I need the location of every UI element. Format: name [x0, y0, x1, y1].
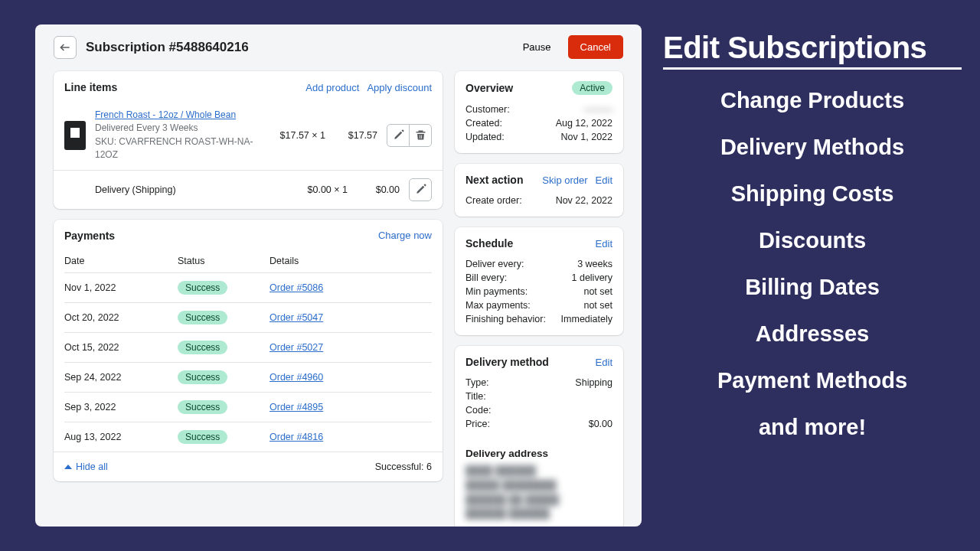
order-link[interactable]: Order #5047: [270, 312, 323, 323]
status-badge: Success: [178, 370, 227, 384]
total-price: $17.57: [335, 130, 377, 141]
content-columns: Line items Add product Apply discount Fr…: [35, 65, 642, 527]
marketing-sidebar: Edit Subscriptions Change ProductsDelive…: [642, 0, 980, 551]
charge-now-link[interactable]: Charge now: [378, 230, 432, 241]
payments-summary: Successful: 6: [108, 461, 432, 472]
arrow-left-icon: [59, 41, 71, 54]
sidebar-title: Edit Subscriptions: [663, 31, 962, 70]
product-name-link[interactable]: French Roast - 12oz / Whole Bean: [95, 109, 271, 122]
col-details: Details: [270, 256, 432, 266]
delete-line-item-button[interactable]: [409, 124, 432, 147]
delivery-method-card: Delivery method Edit Type:Shipping Title…: [455, 346, 623, 527]
edit-line-item-button[interactable]: [387, 124, 410, 147]
delivery-label: Delivery (Shipping): [95, 184, 296, 195]
page-header: Subscription #5488640216 Pause Cancel: [35, 24, 642, 65]
page-title: Subscription #5488640216: [86, 40, 506, 55]
line-items-heading: Line items: [64, 81, 298, 93]
unit-price: $17.57 × 1: [280, 130, 325, 141]
created-label: Created:: [466, 118, 502, 129]
status-badge: Active: [572, 81, 612, 95]
delivery-address-blurred: ████ ███████████ ██████████████ ██ █████…: [455, 464, 623, 527]
updated-value: Nov 1, 2022: [561, 132, 612, 142]
status-badge: Success: [178, 341, 227, 354]
pause-button[interactable]: Pause: [515, 35, 559, 59]
line-item-row: French Roast - 12oz / Whole Bean Deliver…: [54, 101, 443, 170]
payments-table-head: Date Status Details: [64, 249, 432, 272]
edit-schedule-link[interactable]: Edit: [596, 238, 612, 249]
hide-all-toggle[interactable]: Hide all: [64, 461, 108, 472]
subscription-editor: Subscription #5488640216 Pause Cancel Li…: [35, 24, 642, 527]
edit-next-action-link[interactable]: Edit: [596, 174, 612, 186]
status-badge: Success: [178, 311, 227, 324]
back-button[interactable]: [54, 36, 77, 59]
apply-discount-link[interactable]: Apply discount: [367, 82, 432, 93]
add-product-link[interactable]: Add product: [305, 82, 359, 93]
table-row: Sep 24, 2022SuccessOrder #4960: [64, 362, 432, 392]
customer-value[interactable]: ———: [584, 104, 613, 115]
delivery-address-heading: Delivery address: [455, 440, 623, 464]
sidebar-feature-text: Billing Dates: [663, 275, 962, 300]
edit-delivery-button[interactable]: [409, 178, 432, 201]
col-date: Date: [64, 256, 178, 266]
payment-date: Oct 15, 2022: [64, 342, 178, 353]
next-action-heading: Next action: [466, 174, 534, 186]
right-column: Overview Active Customer:——— Created:Aug…: [455, 71, 623, 514]
updated-label: Updated:: [466, 132, 505, 142]
sidebar-feature-text: Change Products: [663, 88, 962, 113]
sidebar-feature-text: Payment Methods: [663, 368, 962, 393]
order-link[interactable]: Order #5086: [270, 282, 323, 293]
status-badge: Success: [178, 400, 227, 414]
overview-card: Overview Active Customer:——— Created:Aug…: [455, 71, 623, 153]
payment-date: Sep 24, 2022: [64, 372, 178, 383]
cancel-button[interactable]: Cancel: [568, 35, 623, 59]
order-link[interactable]: Order #4816: [270, 432, 323, 442]
sidebar-feature-text: Shipping Costs: [663, 181, 962, 207]
schedule-card: Schedule Edit Deliver every:3 weeks Bill…: [455, 227, 623, 335]
order-link[interactable]: Order #4895: [270, 402, 323, 412]
status-badge: Success: [178, 430, 227, 444]
sidebar-feature-text: Addresses: [663, 321, 962, 347]
sidebar-feature-text: and more!: [663, 415, 962, 440]
product-thumbnail: [64, 121, 86, 150]
caret-up-icon: [64, 463, 72, 471]
edit-delivery-method-link[interactable]: Edit: [596, 357, 612, 368]
sidebar-feature-text: Delivery Methods: [663, 135, 962, 160]
delivery-unit-price: $0.00 × 1: [305, 184, 348, 195]
sidebar-feature-text: Discounts: [663, 228, 962, 253]
payments-heading: Payments: [64, 230, 371, 242]
table-row: Nov 1, 2022SuccessOrder #5086: [64, 272, 432, 302]
create-order-label: Create order:: [466, 195, 522, 206]
col-status: Status: [178, 256, 270, 266]
overview-heading: Overview: [466, 82, 564, 94]
line-items-card: Line items Add product Apply discount Fr…: [54, 71, 443, 209]
customer-label: Customer:: [466, 104, 510, 115]
schedule-heading: Schedule: [466, 237, 588, 249]
left-column: Line items Add product Apply discount Fr…: [54, 71, 443, 514]
payment-date: Nov 1, 2022: [64, 282, 178, 293]
payment-date: Aug 13, 2022: [64, 432, 178, 442]
next-action-card: Next action Skip order Edit Create order…: [455, 164, 623, 217]
trash-icon: [415, 129, 426, 141]
pencil-icon: [393, 129, 404, 141]
create-order-value: Nov 22, 2022: [556, 195, 612, 206]
table-row: Oct 20, 2022SuccessOrder #5047: [64, 302, 432, 332]
delivery-method-heading: Delivery method: [466, 356, 588, 368]
table-row: Sep 3, 2022SuccessOrder #4895: [64, 392, 432, 422]
payment-date: Oct 20, 2022: [64, 312, 178, 323]
delivery-row: Delivery (Shipping) $0.00 × 1 $0.00: [54, 171, 443, 209]
created-value: Aug 12, 2022: [556, 118, 612, 129]
product-delivery-text: Delivered Every 3 Weeks: [95, 122, 271, 135]
pencil-icon: [415, 184, 426, 195]
status-badge: Success: [178, 281, 227, 295]
product-sku-text: SKU: CVARFRENCH ROAST-WH-NA-12OZ: [95, 135, 271, 162]
table-row: Oct 15, 2022SuccessOrder #5027: [64, 332, 432, 362]
payment-date: Sep 3, 2022: [64, 402, 178, 412]
order-link[interactable]: Order #4960: [270, 372, 323, 383]
delivery-total-price: $0.00: [357, 184, 400, 195]
payments-card: Payments Charge now Date Status Details …: [54, 220, 443, 481]
table-row: Aug 13, 2022SuccessOrder #4816: [64, 422, 432, 452]
skip-order-link[interactable]: Skip order: [542, 174, 587, 186]
order-link[interactable]: Order #5027: [270, 342, 323, 353]
